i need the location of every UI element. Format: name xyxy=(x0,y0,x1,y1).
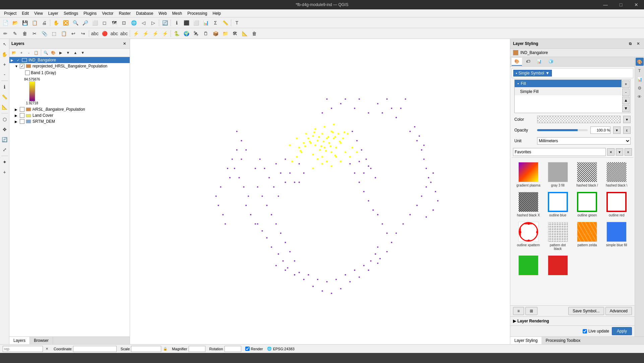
layer-item-hrsl[interactable]: ▶ HRSL_Bangalore_Population xyxy=(9,106,130,112)
layer-item-landcover[interactable]: ▶ Land Cover xyxy=(9,112,130,118)
layers-close-btn[interactable]: ✕ xyxy=(121,40,128,47)
layers-add-btn[interactable]: + xyxy=(18,49,25,56)
layers-collapse-btn[interactable]: ▼ xyxy=(65,49,71,56)
symbol-item-pattern-dot[interactable]: pattern dot black xyxy=(544,220,572,252)
zoom-selection-button[interactable]: ⊡ xyxy=(119,18,129,28)
layers-down-btn[interactable]: ▼ xyxy=(79,49,86,56)
plugin9-button[interactable]: 🗑 xyxy=(250,29,259,38)
symbol-item-outline-green[interactable]: outline green xyxy=(573,190,601,219)
fill-layer-item[interactable]: ▪ Fill xyxy=(515,80,622,87)
styling-icon-symbology[interactable]: 🎨 xyxy=(636,58,644,66)
tab-paintbrush[interactable]: 🎨 xyxy=(512,58,522,66)
tb2-btn4[interactable]: ✂ xyxy=(30,29,39,38)
snap2-button[interactable]: ⚡ xyxy=(141,29,150,38)
layer-checkbox-srtm[interactable] xyxy=(20,119,24,124)
label-button[interactable]: abc xyxy=(90,29,100,38)
styling-icon-diagrams[interactable]: 📊 xyxy=(636,75,644,83)
layers-filter-btn[interactable]: 🔍 xyxy=(43,49,49,56)
favorites-search[interactable] xyxy=(513,148,606,156)
tb2-btn6[interactable]: ⬚ xyxy=(49,29,59,38)
map-canvas[interactable] xyxy=(130,39,510,344)
tab-layers[interactable]: Layers xyxy=(9,337,30,344)
layers-expand-btn[interactable]: ▶ xyxy=(57,49,64,56)
tab-browser[interactable]: Browser xyxy=(30,337,53,344)
menu-help[interactable]: Help xyxy=(210,9,224,17)
expand-arrow-srtm[interactable]: ▶ xyxy=(15,120,19,123)
list-view-btn[interactable]: ≡ xyxy=(513,307,524,315)
layer-checkbox-hrsl[interactable] xyxy=(20,107,24,112)
remove-layer-btn[interactable]: - xyxy=(622,89,630,96)
save-symbol-btn[interactable]: Save Symbol... xyxy=(568,307,604,315)
plugin4-button[interactable]: 🗒 xyxy=(201,29,210,38)
color-swatch[interactable] xyxy=(537,116,621,123)
add-feature-tool[interactable]: + xyxy=(0,167,9,177)
menu-settings[interactable]: Settings xyxy=(61,9,81,17)
annotation-button[interactable]: T xyxy=(232,18,242,28)
maximize-button[interactable]: □ xyxy=(613,0,629,9)
layers-remove-btn[interactable]: - xyxy=(25,49,32,56)
symbol-item-outline-blue[interactable]: outline blue xyxy=(544,190,572,219)
refresh-button[interactable]: 🔄 xyxy=(160,18,170,28)
unit-select[interactable]: Millimeters Pixels Points Map Units xyxy=(537,137,631,145)
layer-rendering-header[interactable]: ▶ Layer Rendering xyxy=(513,318,632,324)
open-attribute-table-button[interactable]: 📊 xyxy=(201,18,210,28)
measure-button[interactable]: 📏 xyxy=(220,18,230,28)
label2-button[interactable]: abc xyxy=(110,29,119,38)
new-project-button[interactable]: 📄 xyxy=(1,18,10,28)
add-layer-btn[interactable]: + xyxy=(622,81,630,88)
tab-labels[interactable]: 🏷 xyxy=(523,58,533,66)
measure-angle-tool[interactable]: 📐 xyxy=(0,102,9,112)
menu-layer[interactable]: Layer xyxy=(46,9,61,17)
render-checkbox[interactable] xyxy=(245,347,250,351)
menu-database[interactable]: Database xyxy=(133,9,156,17)
tab-layer-styling[interactable]: Layer Styling xyxy=(510,337,541,344)
statistics-button[interactable]: Σ xyxy=(211,18,220,28)
digitize2-button[interactable]: ✎ xyxy=(10,29,20,38)
plugin2-button[interactable]: 🌍 xyxy=(182,29,191,38)
expand-arrow-hrsl[interactable]: ▶ xyxy=(15,108,19,111)
layer-item-ind-bangalore[interactable]: ▶ ✓ IND_Bangalore xyxy=(9,57,130,63)
symbol-item-hashed-black-x[interactable]: hashed black X xyxy=(514,190,542,219)
menu-processing[interactable]: Processing xyxy=(185,9,210,17)
zoom-rubber-band-button[interactable]: ⬜ xyxy=(90,18,100,28)
save-project-button[interactable]: 💾 xyxy=(20,18,29,28)
expand-arrow-reprojected[interactable]: ▼ xyxy=(15,64,19,68)
menu-web[interactable]: Web xyxy=(156,9,169,17)
snap4-button[interactable]: ⚡ xyxy=(160,29,170,38)
pan-map-button[interactable]: ✋ xyxy=(51,18,61,28)
magnifier-input[interactable]: 100% xyxy=(189,346,205,352)
layers-open-btn[interactable]: 📂 xyxy=(11,49,17,56)
color-arrow-btn[interactable]: ▼ xyxy=(623,116,631,123)
symbol-item-pattern-zelda[interactable]: pattern zelda xyxy=(573,220,601,252)
tab-diagrams[interactable]: 📊 xyxy=(534,58,544,66)
plugin8-button[interactable]: 📐 xyxy=(240,29,249,38)
measure-tool[interactable]: 📏 xyxy=(0,92,9,102)
layer-checkbox-reprojected[interactable]: ✓ xyxy=(20,64,24,68)
symbol-item-outline-red[interactable]: outline red xyxy=(602,190,631,219)
layers-open2-btn[interactable]: 📋 xyxy=(33,49,40,56)
symbol-type-dropdown[interactable]: ▪ Single Symbol ▼ xyxy=(513,70,552,76)
symbol-item-red-solid[interactable] xyxy=(544,254,572,278)
layer-item-reprojected[interactable]: ▼ ✓ reprojected_HRSL_Bangalore_Populatio… xyxy=(9,63,130,69)
menu-raster[interactable]: Raster xyxy=(116,9,133,17)
tb2-btn5[interactable]: 📎 xyxy=(40,29,49,38)
layer-checkbox-bangalore[interactable]: ✓ xyxy=(16,58,20,62)
save-as-button[interactable]: 📋 xyxy=(30,18,39,28)
scale-input[interactable]: 1:283547 xyxy=(131,346,161,352)
digitize-button[interactable]: ✏ xyxy=(1,29,10,38)
label3-button[interactable]: abc xyxy=(119,29,129,38)
scale-tool[interactable]: ⤢ xyxy=(0,145,9,154)
rotate-tool[interactable]: 🔄 xyxy=(0,135,9,144)
select-features-button[interactable]: ⬛ xyxy=(182,18,191,28)
zoom-layer-button[interactable]: 🗺 xyxy=(110,18,119,28)
rotation-input[interactable]: 0.0 ° xyxy=(224,346,241,352)
tb2-btn8[interactable]: ↩ xyxy=(69,29,78,38)
print-button[interactable]: 🖨 xyxy=(40,18,49,28)
plugin3-button[interactable]: 🛰 xyxy=(191,29,201,38)
menu-plugins[interactable]: Plugins xyxy=(81,9,99,17)
pan-map-arrows-button[interactable]: 🔀 xyxy=(61,18,70,28)
opacity-input[interactable] xyxy=(590,126,610,134)
symbol-item-simple-blue[interactable]: simple blue fill xyxy=(602,220,631,252)
symbol-item-green-solid[interactable] xyxy=(514,254,542,278)
symbol-item-gradient-plasma[interactable]: gradient plasma xyxy=(514,160,542,189)
